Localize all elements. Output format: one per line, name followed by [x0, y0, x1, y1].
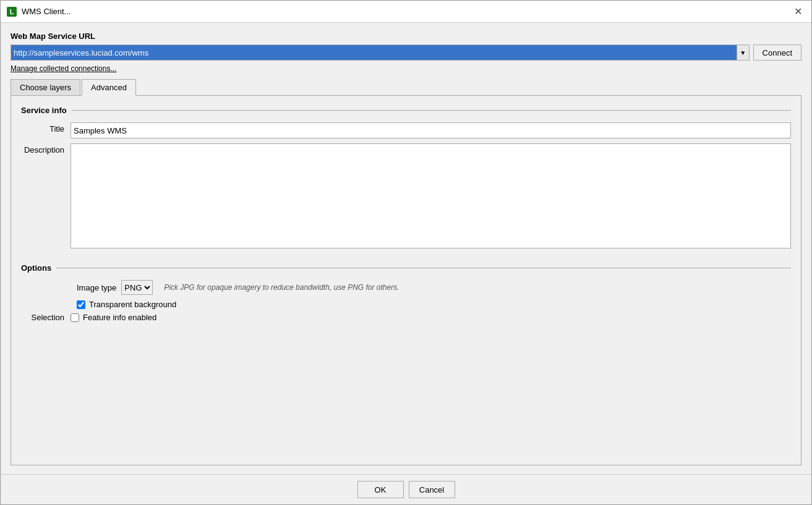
title-label: Title — [21, 122, 71, 134]
tab-content-advanced: Service info Title Description Options — [11, 96, 801, 465]
options-label: Options — [21, 263, 56, 273]
url-dropdown-button[interactable]: ▼ — [737, 45, 749, 60]
description-label: Description — [21, 143, 71, 155]
url-input-wrapper: ▼ — [11, 45, 750, 61]
tab-advanced[interactable]: Advanced — [82, 79, 136, 96]
image-type-hint: Pick JPG for opaque imagery to reduce ba… — [164, 283, 399, 292]
feature-info-checkbox[interactable] — [71, 313, 79, 322]
image-type-row: Image type PNG JPG Pick JPG for opaque i… — [21, 280, 791, 295]
transparent-bg-row: Transparent background — [77, 300, 791, 309]
tabs: Choose layers Advanced — [11, 79, 801, 96]
url-input[interactable] — [11, 45, 737, 60]
cancel-button[interactable]: Cancel — [409, 481, 455, 498]
url-section-label: Web Map Service URL — [11, 32, 801, 41]
connect-button[interactable]: Connect — [753, 45, 801, 61]
transparent-bg-label: Transparent background — [89, 300, 176, 309]
service-info-divider — [72, 110, 791, 111]
manage-connections-link[interactable]: Manage collected connections... — [11, 64, 801, 73]
feature-info-row: Selection Feature info enabled — [21, 313, 791, 322]
options-section: Options Image type PNG JPG Pick JPG for … — [21, 263, 791, 326]
ok-button[interactable]: OK — [357, 481, 404, 498]
feature-info-label: Feature info enabled — [83, 313, 156, 322]
service-info-label: Service info — [21, 106, 72, 115]
service-info-header: Service info — [21, 106, 791, 115]
bottom-bar: OK Cancel — [1, 474, 811, 504]
title-bar: L WMS Client... ✕ — [1, 1, 811, 23]
image-type-label: Image type — [77, 283, 116, 292]
close-button[interactable]: ✕ — [789, 3, 806, 20]
window-title: WMS Client... — [22, 7, 71, 16]
image-type-select[interactable]: PNG JPG — [121, 280, 153, 295]
tab-choose-layers[interactable]: Choose layers — [11, 79, 80, 95]
url-row: ▼ Connect — [11, 45, 801, 61]
description-row: Description — [21, 143, 791, 248]
wms-client-window: L WMS Client... ✕ Web Map Service URL ▼ … — [0, 0, 812, 505]
description-textarea[interactable] — [71, 143, 791, 248]
options-divider — [56, 268, 791, 268]
selection-label: Selection — [21, 313, 71, 322]
transparent-bg-checkbox[interactable] — [77, 300, 85, 309]
title-row: Title — [21, 122, 791, 138]
app-icon: L — [7, 7, 17, 17]
title-input[interactable] — [71, 122, 791, 138]
options-header: Options — [21, 263, 791, 273]
main-content: Web Map Service URL ▼ Connect Manage col… — [1, 23, 811, 474]
